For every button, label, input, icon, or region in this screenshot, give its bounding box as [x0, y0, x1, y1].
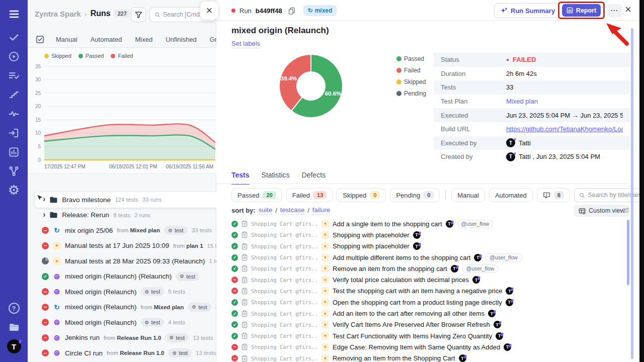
run-row[interactable]: mix origin 25/06 from Mixed plan test 33…: [28, 223, 216, 238]
detail-close-button[interactable]: [625, 4, 631, 15]
svg-text:17/2025 12:47 PM: 17/2025 12:47 PM: [44, 164, 86, 169]
comments-filter-chip[interactable]: 8: [537, 188, 570, 202]
projects-folder-icon[interactable]: [0, 318, 28, 337]
status-filter-chip[interactable]: Passed20: [231, 188, 282, 202]
tab-tests[interactable]: Tests: [231, 171, 250, 185]
sign-in-icon[interactable]: [0, 123, 28, 142]
sliders-icon[interactable]: [622, 207, 630, 216]
test-row[interactable]: Shopping Cart @firs... Test Cart Functio…: [216, 330, 630, 341]
legend-dot-icon: [396, 68, 401, 73]
test-row[interactable]: Shopping Cart @firs... Remove an item fr…: [216, 263, 630, 274]
tests-scrollbar[interactable]: [627, 220, 629, 285]
run-row[interactable]: Manual tests at 28 Mar 2025 09:33 (Relau…: [28, 253, 216, 269]
panel-close-button[interactable]: [200, 2, 218, 20]
runs-list: Bravo milestone 124 tests 33 runs Releas…: [28, 192, 216, 361]
test-row[interactable]: Shopping Cart @firs... Add an item to th…: [216, 308, 630, 319]
detail-row: Executed by T Tatti: [434, 136, 630, 150]
detail-label: Duration: [441, 70, 506, 77]
detail-row: Created by T Tatti , Jun 23, 2025 5:04 P…: [434, 150, 630, 164]
sort-by-failure[interactable]: failure: [312, 206, 330, 215]
tab-unfinished[interactable]: Unfinished: [159, 36, 203, 43]
detail-label: Build URL: [441, 125, 506, 133]
reports-icon[interactable]: [0, 142, 28, 161]
test-row[interactable]: Shopping Cart @firs... Shopping with pla…: [216, 229, 630, 240]
tab-statistics[interactable]: Statistics: [262, 171, 290, 185]
run-row[interactable]: mixed origin (Relaunch) from Mixed plan …: [28, 300, 216, 315]
report-button[interactable]: Report: [562, 4, 601, 17]
activity-icon[interactable]: [0, 104, 28, 123]
test-row[interactable]: Shopping Cart @firs... Edge Case: Removi…: [216, 341, 630, 352]
tests-search[interactable]: [574, 188, 644, 202]
run-from-plan: from plan 1: [173, 243, 203, 249]
test-assignee-avatar: T: [506, 287, 513, 295]
status-filter-chip[interactable]: Skipped0: [337, 188, 386, 202]
copy-icon[interactable]: [288, 7, 295, 15]
tab-manual[interactable]: Manual: [49, 36, 84, 43]
chips-divider: [445, 190, 446, 200]
run-row[interactable]: Jenkins run from Release Run 1.0 test 13…: [28, 330, 216, 346]
manual-filter-chip[interactable]: Manual: [451, 188, 485, 202]
test-row[interactable]: Shopping Cart @firs... Open the shopping…: [216, 297, 630, 308]
tests-search-input[interactable]: [588, 192, 644, 199]
clipboard-icon: [242, 288, 248, 295]
chevron-right-icon[interactable]: [43, 195, 45, 204]
chevron-right-icon[interactable]: [43, 211, 45, 220]
svg-text:10: 10: [35, 130, 41, 136]
svg-text:60.6%: 60.6%: [325, 90, 342, 97]
run-row[interactable]: Bravo milestone 124 tests 33 runs: [35, 192, 216, 208]
run-status-icon: [42, 334, 49, 341]
run-row[interactable]: Mixed origin (Relaunch) test 4 tests: [28, 315, 216, 330]
play-circle-icon[interactable]: [0, 47, 28, 66]
more-options-button[interactable]: ···: [607, 4, 622, 17]
run-row[interactable]: Release: Rerun 8 tests 2 runs: [28, 208, 216, 223]
automated-filter-chip[interactable]: Automated: [489, 188, 533, 202]
test-row[interactable]: Shopping Cart @firs... Verify total pric…: [216, 274, 630, 285]
run-row[interactable]: Mixed origin (Relaunch) test 5 tests: [28, 284, 216, 300]
test-row[interactable]: Shopping Cart @firs... Shopping with pla…: [216, 241, 630, 252]
panel-scrollbar[interactable]: [631, 28, 633, 359]
test-row[interactable]: Shopping Cart @firs... Test the shopping…: [216, 286, 630, 297]
detail-value: 33: [506, 83, 513, 91]
trend-area-chart: 0510152025303517/2025 12:47 PM06/18/2025…: [30, 59, 216, 172]
test-row[interactable]: Shopping Cart @firs... Add a single item…: [216, 218, 630, 229]
tab-automated[interactable]: Automated: [84, 36, 129, 43]
tab-mixed[interactable]: Mixed: [129, 36, 159, 43]
test-badge: test: [141, 287, 165, 296]
run-row[interactable]: Manual tests at 17 Jun 2025 10:09 from p…: [28, 238, 216, 254]
sort-row: sort by: suite / testcase / failure: [231, 206, 330, 215]
custom-view-button[interactable]: Custom view: [574, 205, 630, 217]
status-filter-chip[interactable]: Pending0: [390, 188, 440, 202]
spark-icon: [321, 332, 329, 340]
detail-label: Created by: [441, 153, 506, 160]
run-row[interactable]: Circle CI run from Release Run 1.0 test …: [28, 345, 216, 361]
run-row[interactable]: mixed origin (Relaunch) (Relaunch) test: [28, 269, 216, 285]
breadcrumb-project[interactable]: Zyntra Spark: [35, 10, 81, 18]
status-filter-chip[interactable]: Failed13: [286, 188, 333, 202]
tab-defects[interactable]: Defects: [302, 171, 326, 185]
app-sidebar: ? T: [0, 0, 28, 362]
test-suite: Shopping Cart @firs...: [251, 243, 318, 249]
sidebar-user-avatar[interactable]: T: [0, 337, 28, 356]
test-suite: Shopping Cart @firs...: [251, 265, 318, 272]
steps-icon[interactable]: [0, 85, 28, 104]
set-labels-link[interactable]: Set labels: [231, 40, 260, 48]
tabs-divider: [216, 184, 630, 184]
check-icon[interactable]: [0, 28, 28, 47]
run-name: mixed origin (Relaunch): [65, 303, 137, 311]
run-meta: 5 tests: [168, 289, 185, 295]
select-checklist-icon[interactable]: [36, 35, 44, 44]
sort-by-testcase[interactable]: testcase: [280, 206, 304, 215]
test-row[interactable]: Shopping Cart @firs... Removing an Item …: [216, 353, 630, 362]
help-icon[interactable]: ?: [0, 299, 28, 318]
branch-icon[interactable]: [0, 161, 28, 180]
test-row[interactable]: Shopping Cart @firs... Add multiple diff…: [216, 252, 630, 263]
folder-icon: [49, 211, 58, 219]
svg-text:15: 15: [35, 117, 41, 123]
test-suite: Shopping Cart @firs...: [251, 232, 318, 238]
filter-button[interactable]: [131, 7, 146, 22]
sort-by-suite[interactable]: suite: [259, 206, 272, 215]
settings-gear-icon[interactable]: [0, 180, 28, 200]
menu-icon[interactable]: [0, 4, 28, 24]
test-list-icon[interactable]: [0, 66, 28, 85]
test-row[interactable]: Shopping Cart @firs... Verify Cart Items…: [216, 319, 630, 330]
